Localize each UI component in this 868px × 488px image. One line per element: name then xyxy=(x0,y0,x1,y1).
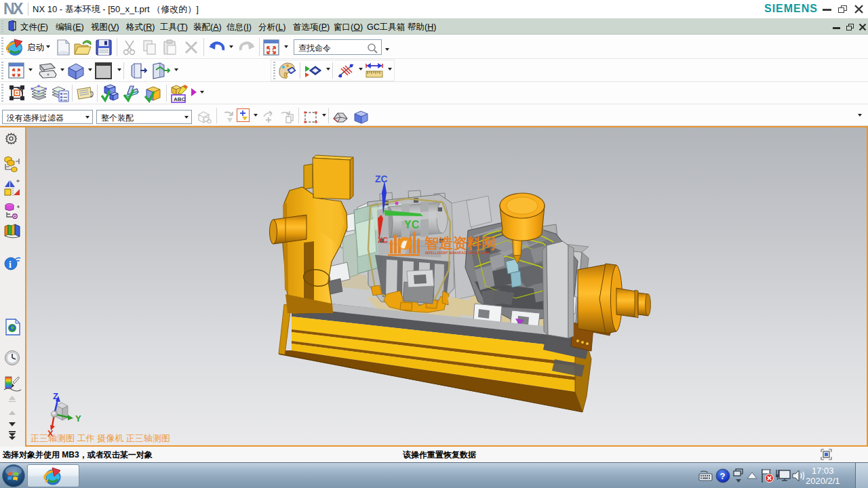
svg-text:XC: XC xyxy=(378,236,388,244)
svg-text:ZC: ZC xyxy=(375,174,388,184)
svg-text:YC: YC xyxy=(404,219,420,230)
svg-text:ABC: ABC xyxy=(174,96,186,102)
svg-text:i: i xyxy=(9,260,12,270)
svg-text:Z: Z xyxy=(53,391,58,401)
svg-text:INTELLIGENT MANUFACTURING DATA: INTELLIGENT MANUFACTURING DATA xyxy=(425,251,490,255)
svg-text:?: ? xyxy=(720,471,726,481)
svg-text:Y: Y xyxy=(75,413,81,424)
svg-text:正三轴测图 工作 摄像机 正三轴测图: 正三轴测图 工作 摄像机 正三轴测图 xyxy=(31,433,170,443)
svg-text:智造资料网: 智造资料网 xyxy=(424,235,496,251)
